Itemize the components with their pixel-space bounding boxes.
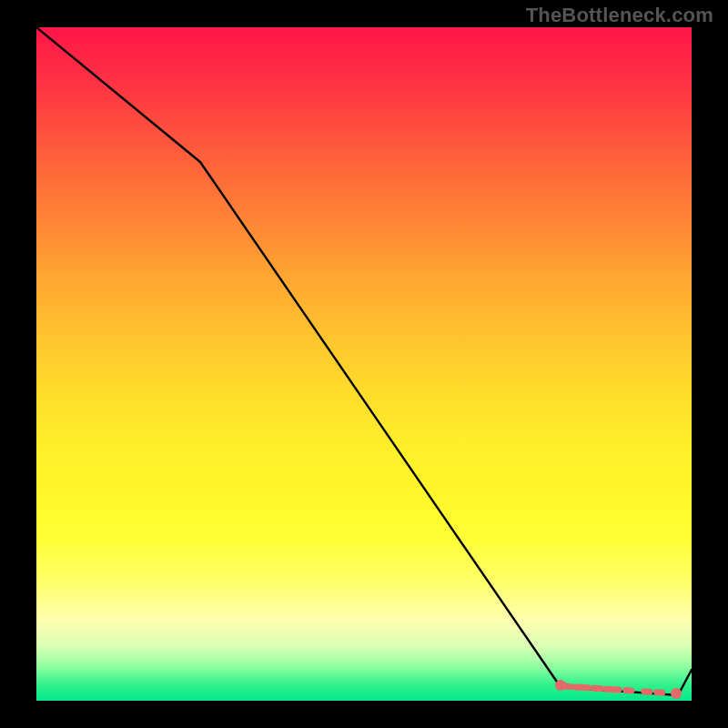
watermark-text: TheBottleneck.com xyxy=(526,4,713,27)
highlight-dash xyxy=(562,686,673,693)
plot-svg xyxy=(36,27,692,701)
highlight-end-dot xyxy=(671,688,682,699)
main-line xyxy=(36,27,692,695)
chart-canvas: TheBottleneck.com xyxy=(0,0,728,728)
plot-area xyxy=(36,27,692,701)
highlight-start-dot xyxy=(555,680,566,691)
